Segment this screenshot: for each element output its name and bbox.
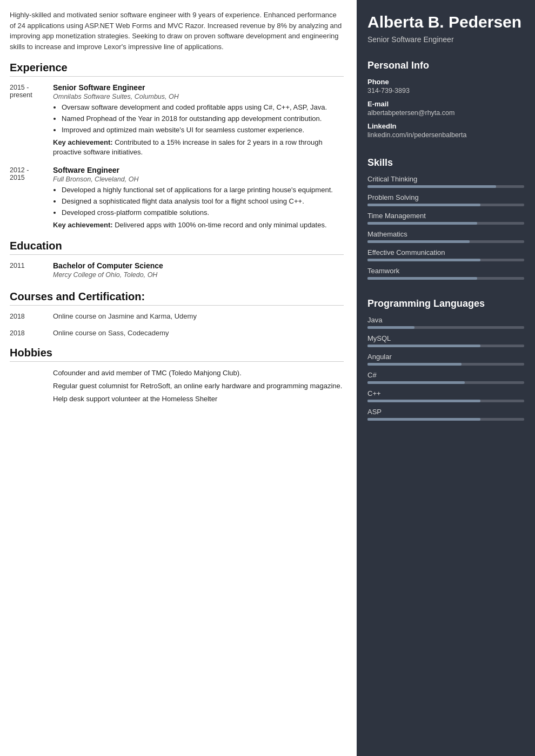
skill-name: Problem Solving <box>367 193 524 201</box>
skill-bar-fill <box>367 185 496 188</box>
lang-bar-bg <box>367 400 524 402</box>
skill-item: Time Management <box>367 212 524 225</box>
experience-bullets-2: Developed a highly functional set of app… <box>53 185 344 218</box>
email-value: albertabpetersen@rhyta.com <box>367 109 524 117</box>
experience-entry-2: 2012 - 2015 Software Engineer Full Brons… <box>10 166 344 230</box>
experience-date-1: 2015 - present <box>10 83 53 157</box>
hobbies-content: Cofounder and avid member of TMC (Toledo… <box>10 368 344 404</box>
lang-item: Angular <box>367 353 524 366</box>
lang-bar-fill <box>367 400 480 402</box>
candidate-job-title: Senior Software Engineer <box>367 35 524 44</box>
linkedin-label: LinkedIn <box>367 122 524 130</box>
candidate-name: Alberta B. Pedersen <box>367 13 524 32</box>
lang-name: ASP <box>367 408 524 416</box>
skill-name: Teamwork <box>367 267 524 275</box>
experience-content-1: Senior Software Engineer Omnilabs Softwa… <box>53 83 344 157</box>
prog-section: Programming Languages Java MySQL Angular… <box>357 291 535 431</box>
skill-name: Critical Thinking <box>367 175 524 183</box>
hobbies-title: Hobbies <box>10 347 344 362</box>
experience-entry-1: 2015 - present Senior Software Engineer … <box>10 83 344 157</box>
lang-bar-fill <box>367 326 414 329</box>
course-text-2: Online course on Sass, Codecademy <box>53 329 169 337</box>
hobby-2: Regular guest columnist for RetroSoft, a… <box>53 381 344 391</box>
skill-bar-bg <box>367 277 524 280</box>
course-entry-1: 2018 Online course on Jasmine and Karma,… <box>10 312 344 320</box>
hobby-1: Cofounder and avid member of TMC (Toledo… <box>53 368 344 378</box>
lang-name: MySQL <box>367 334 524 342</box>
lang-item: Java <box>367 316 524 329</box>
lang-bar-bg <box>367 418 524 421</box>
course-date-1: 2018 <box>10 312 53 320</box>
skill-bar-bg <box>367 259 524 261</box>
skill-bar-bg <box>367 240 524 243</box>
skill-item: Problem Solving <box>367 193 524 206</box>
phone-block: Phone 314-739-3893 <box>367 78 524 94</box>
lang-bar-bg <box>367 326 524 329</box>
skills-container: Critical Thinking Problem Solving Time M… <box>367 175 524 280</box>
skill-bar-bg <box>367 222 524 225</box>
bullet: Designed a sophisticated flight data ana… <box>62 197 344 206</box>
skill-name: Mathematics <box>367 230 524 238</box>
hobbies-section: Hobbies Cofounder and avid member of TMC… <box>10 347 344 404</box>
skill-bar-fill <box>367 204 480 206</box>
experience-title-2: Software Engineer <box>53 166 344 174</box>
skill-name: Effective Communication <box>367 248 524 256</box>
skill-bar-fill <box>367 240 470 243</box>
lang-name: Java <box>367 316 524 324</box>
experience-section: Experience 2015 - present Senior Softwar… <box>10 62 344 230</box>
education-date-1: 2011 <box>10 261 53 281</box>
lang-name: C++ <box>367 389 524 397</box>
education-section: Education 2011 Bachelor of Computer Scie… <box>10 240 344 281</box>
skill-bar-fill <box>367 222 477 225</box>
experience-subtitle-1: Omnilabs Software Suites, Columbus, OH <box>53 93 344 100</box>
experience-bullets-1: Oversaw software development and coded p… <box>53 103 344 136</box>
personal-info-title: Personal Info <box>367 60 524 71</box>
education-content-1: Bachelor of Computer Science Mercy Colle… <box>53 261 344 281</box>
lang-name: C# <box>367 371 524 379</box>
lang-bar-fill <box>367 345 480 347</box>
skill-item: Teamwork <box>367 267 524 280</box>
key-achievement-1: Key achievement: Contributed to a 15% in… <box>53 138 344 157</box>
bullet: Improved and optimized main website's UI… <box>62 125 344 135</box>
bullet: Oversaw software development and coded p… <box>62 103 344 112</box>
courses-title: Courses and Certification: <box>10 291 344 306</box>
linkedin-value: linkedin.com/in/pedersenbalberta <box>367 131 524 139</box>
course-entry-2: 2018 Online course on Sass, Codecademy <box>10 329 344 337</box>
lang-item: ASP <box>367 408 524 421</box>
email-block: E-mail albertabpetersen@rhyta.com <box>367 100 524 117</box>
lang-name: Angular <box>367 353 524 361</box>
education-school: Mercy College of Ohio, Toledo, OH <box>53 271 344 279</box>
bullet: Developed cross-platform compatible solu… <box>62 208 344 218</box>
experience-date-2: 2012 - 2015 <box>10 166 53 230</box>
lang-bar-bg <box>367 381 524 384</box>
summary-text: Highly-skilled and motivated senior soft… <box>10 10 344 52</box>
lang-bar-fill <box>367 418 480 421</box>
lang-item: MySQL <box>367 334 524 347</box>
skills-title: Skills <box>367 157 524 168</box>
right-header: Alberta B. Pedersen Senior Software Engi… <box>357 0 535 52</box>
skill-bar-fill <box>367 277 477 280</box>
bullet: Named Prophead of the Year in 2018 for o… <box>62 114 344 124</box>
skill-item: Mathematics <box>367 230 524 243</box>
education-entry-1: 2011 Bachelor of Computer Science Mercy … <box>10 261 344 281</box>
education-degree: Bachelor of Computer Science <box>53 261 344 270</box>
skills-section: Skills Critical Thinking Problem Solving… <box>357 150 535 291</box>
phone-value: 314-739-3893 <box>367 87 524 94</box>
prog-title: Programming Languages <box>367 298 524 309</box>
skill-item: Critical Thinking <box>367 175 524 188</box>
experience-content-2: Software Engineer Full Bronson, Clevelan… <box>53 166 344 230</box>
lang-bar-fill <box>367 381 465 384</box>
courses-section: Courses and Certification: 2018 Online c… <box>10 291 344 337</box>
lang-bar-fill <box>367 363 462 366</box>
phone-label: Phone <box>367 78 524 86</box>
skill-bar-fill <box>367 259 480 261</box>
skill-bar-bg <box>367 185 524 188</box>
lang-item: C++ <box>367 389 524 402</box>
course-text-1: Online course on Jasmine and Karma, Udem… <box>53 312 197 320</box>
lang-bar-bg <box>367 363 524 366</box>
personal-info-section: Personal Info Phone 314-739-3893 E-mail … <box>357 52 535 150</box>
lang-bar-bg <box>367 345 524 347</box>
right-column: Alberta B. Pedersen Senior Software Engi… <box>357 0 535 756</box>
skill-item: Effective Communication <box>367 248 524 261</box>
experience-title-1: Senior Software Engineer <box>53 83 344 92</box>
